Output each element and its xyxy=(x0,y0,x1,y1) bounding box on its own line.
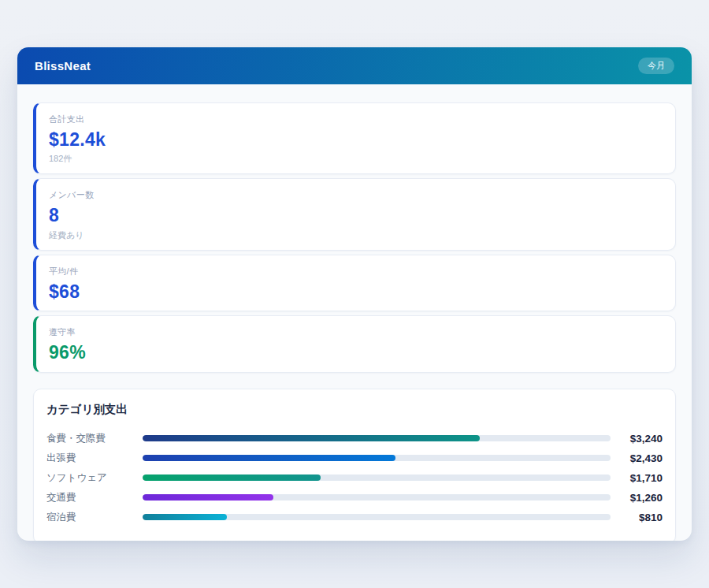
category-value: $1,260 xyxy=(611,492,663,504)
stat-card-average-per-item: 平均/件 $68 xyxy=(33,255,676,311)
app-header: BlissNeat 今月 xyxy=(17,47,692,84)
category-spend-panel: カテゴリ別支出 食費・交際費 $3,240 出張費 $2,430 ソフトウェア xyxy=(33,389,676,541)
category-bar-track xyxy=(143,435,611,441)
stat-sub: 経費あり xyxy=(49,229,663,241)
category-bar-track xyxy=(143,514,611,520)
category-bar-track xyxy=(143,455,611,461)
category-bar-fill xyxy=(143,474,321,481)
category-bar-track xyxy=(143,474,611,481)
stat-label: メンバー数 xyxy=(49,189,663,201)
stat-card-member-count: メンバー数 8 経費あり xyxy=(33,178,676,250)
stat-value: 96% xyxy=(49,342,663,363)
stat-card-compliance-rate: 遵守率 96% xyxy=(33,315,676,372)
category-bar-fill xyxy=(143,514,227,520)
stat-label: 遵守率 xyxy=(49,326,663,338)
category-row: 出張費 $2,430 xyxy=(46,448,663,468)
main-content: 合計支出 $12.4k 182件 メンバー数 8 経費あり 平均/件 $68 遵… xyxy=(17,84,692,541)
category-label: 食費・交際費 xyxy=(46,432,143,445)
category-label: ソフトウェア xyxy=(46,471,143,485)
stat-value: $68 xyxy=(49,281,663,302)
category-value: $810 xyxy=(611,512,663,523)
category-row: 交通費 $1,260 xyxy=(46,488,663,508)
category-value: $3,240 xyxy=(611,433,663,445)
period-badge[interactable]: 今月 xyxy=(638,58,674,74)
category-label: 宿泊費 xyxy=(46,511,143,524)
category-label: 出張費 xyxy=(46,452,143,465)
category-value: $1,710 xyxy=(611,472,663,484)
category-row: ソフトウェア $1,710 xyxy=(46,468,663,488)
stat-value: $12.4k xyxy=(49,129,663,150)
category-value: $2,430 xyxy=(611,452,663,464)
category-panel-title: カテゴリ別支出 xyxy=(46,402,663,417)
category-label: 交通費 xyxy=(46,491,143,504)
app-window: BlissNeat 今月 合計支出 $12.4k 182件 メンバー数 8 経費… xyxy=(17,47,692,541)
category-bar-fill xyxy=(143,494,273,501)
category-bar-fill xyxy=(143,455,395,461)
category-row: 宿泊費 $810 xyxy=(46,508,663,527)
stat-card-total-spend: 合計支出 $12.4k 182件 xyxy=(33,102,676,174)
stat-sub: 182件 xyxy=(49,153,663,165)
category-row: 食費・交際費 $3,240 xyxy=(46,429,663,448)
category-bar-track xyxy=(143,494,611,501)
stat-label: 合計支出 xyxy=(49,114,663,125)
app-title: BlissNeat xyxy=(35,59,91,73)
category-bar-fill xyxy=(143,435,480,441)
stat-label: 平均/件 xyxy=(49,266,663,277)
stat-value: 8 xyxy=(49,205,663,225)
